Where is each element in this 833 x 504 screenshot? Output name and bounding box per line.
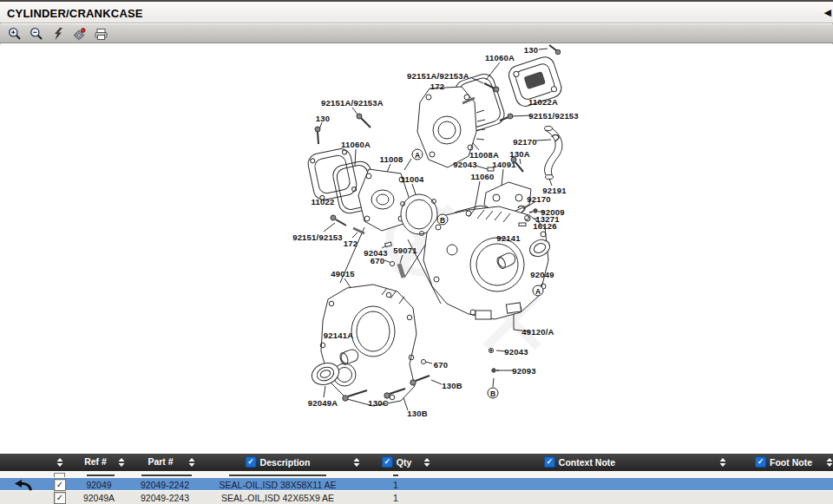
cell-ref: 92049 [86,480,111,490]
column-header-ref-[interactable]: Ref # [84,456,107,467]
title-bar: CYLINDER/CRANKCASE ◀ [0,0,833,23]
cell-part: 92049-2243 [141,493,189,503]
hose-92191 [545,127,562,180]
part-label[interactable]: 92170 [513,137,536,147]
column-label: Ref # [84,456,107,467]
column-label: Part # [148,456,173,467]
column-label: Foot Note [770,457,812,468]
column-checkbox[interactable]: ✓ [246,456,257,468]
clipped-text [393,475,398,476]
back-arrow-icon[interactable] [14,479,35,491]
part-label[interactable]: 14091 [492,160,515,169]
sort-icon[interactable] [424,458,430,467]
column-label: Context Note [559,457,615,468]
ref-bubble: B [488,388,499,399]
part-label[interactable]: 130 [316,114,330,123]
part-label[interactable]: 92151A/92153A [321,98,384,108]
part-label[interactable]: 92141 [496,233,520,243]
part-label[interactable]: 11022 [312,197,335,206]
clipped-text [229,475,326,476]
part-label[interactable]: 92151/92153 [528,111,579,121]
part-label[interactable]: 130B [407,409,428,418]
part-label[interactable]: 16126 [533,221,556,231]
toolbar [0,24,833,43]
cell-description: SEAL-OIL,ISD 38X58X11 AE [219,480,336,490]
row-checkbox[interactable]: ✓ [54,492,66,504]
part-label[interactable]: 670 [371,256,384,265]
row-checkbox[interactable]: ✓ [54,479,66,491]
cell-description: SEAL-OIL,ISD 42X65X9 AE [221,493,334,503]
collapse-panel-icon[interactable]: ◀ [824,6,831,18]
part-label[interactable]: 11060A [485,53,515,62]
table-row[interactable]: ✓92049A92049-2243SEAL-OIL,ISD 42X65X9 AE… [0,491,833,504]
column-checkbox[interactable]: ✓ [755,456,766,468]
part-label[interactable]: 172 [344,239,357,248]
column-checkbox[interactable]: ✓ [544,456,555,468]
part-label[interactable]: 92093 [512,366,535,376]
ref-bubble: B [437,214,449,226]
sort-icon[interactable] [827,458,833,467]
ref-bubble: A [533,285,544,297]
column-header-description[interactable]: ✓Description [246,456,311,468]
sort-icon[interactable] [57,458,63,467]
column-header-qty[interactable]: ✓Qty [382,456,412,468]
part-label[interactable]: 11060 [471,172,495,181]
part-label[interactable]: 59071 [393,245,416,255]
part-label[interactable]: 92151/92153 [292,232,343,242]
table-row[interactable]: ✓9204992049-2242SEAL-OIL,ISD 38X58X11 AE… [0,477,833,491]
part-label[interactable]: 172 [430,82,444,91]
page-title: CYLINDER/CRANKCASE [7,7,143,20]
part-label[interactable]: 92151A/92153A [407,71,469,81]
diagram-canvas[interactable]: 13011060A92151A/92153A17211022A92151/921… [0,44,833,454]
part-label[interactable]: 92170 [527,194,550,204]
sort-icon[interactable] [189,458,195,467]
clipped-text [141,475,192,476]
cell-ref: 92049A [83,493,115,503]
part-label[interactable]: 670 [434,360,448,370]
column-checkbox[interactable]: ✓ [382,456,393,468]
table-header: Ref #Part #✓Description✓Qty✓Context Note… [0,454,833,471]
part-label[interactable]: 92043 [504,347,528,357]
part-label[interactable]: 130B [442,381,462,390]
zoom-in-icon[interactable] [7,26,22,41]
part-label[interactable]: 11022A [528,97,558,107]
part-label[interactable]: 92049A [308,398,338,408]
part-label[interactable]: 11008 [380,154,403,164]
part-label[interactable]: 11008A [469,150,499,160]
zoom-out-icon[interactable] [29,26,43,41]
sort-icon[interactable] [720,458,726,467]
gear-icon[interactable] [72,26,87,41]
sort-icon[interactable] [119,458,125,467]
part-label[interactable]: 92141A [324,331,353,340]
column-header-foot-note[interactable]: ✓Foot Note [755,456,812,468]
part-label[interactable]: 49120/A [521,327,554,337]
clipped-text [87,475,115,476]
part-label[interactable]: 92043 [453,160,476,169]
part-label[interactable]: 130A [509,149,530,159]
cell-qty: 1 [393,493,398,503]
cover-11022 [306,147,358,201]
part-label[interactable]: 130C [368,398,389,408]
lightning-icon[interactable] [50,26,65,41]
cell-qty: 1 [393,480,398,490]
column-header-part-[interactable]: Part # [148,456,173,467]
part-label[interactable]: 130 [524,45,538,55]
part-label[interactable]: 11060A [341,140,371,149]
column-label: Description [260,457,311,468]
part-label[interactable]: 92049 [530,270,554,279]
cover-49015 [320,285,416,406]
ref-bubble: A [412,149,423,160]
sort-icon[interactable] [354,458,360,467]
column-header-context-note[interactable]: ✓Context Note [544,456,615,468]
part-label[interactable]: 11004 [401,174,424,184]
cell-part: 92049-2242 [141,480,189,490]
print-icon[interactable] [94,26,108,41]
part-label[interactable]: 49015 [331,269,354,278]
column-label: Qty [397,457,412,468]
